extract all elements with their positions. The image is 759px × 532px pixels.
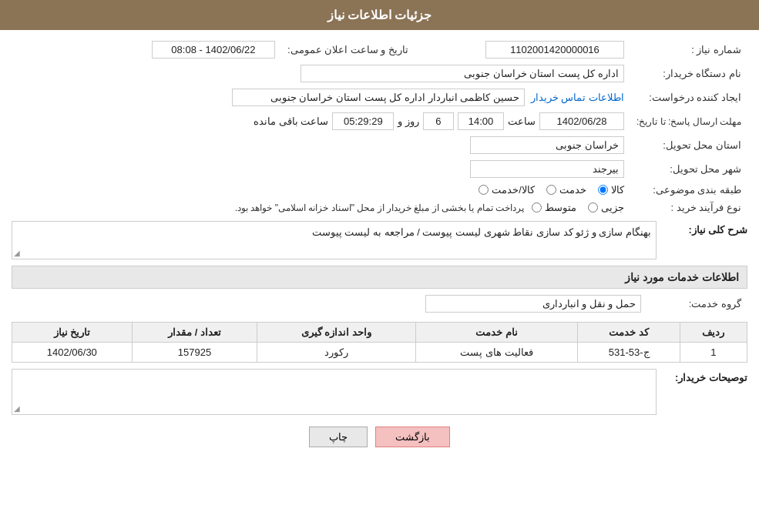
tabaghe-radio-group: کالا خدمت کالا/خدمت [18, 184, 624, 196]
tosif-box[interactable]: ◢ [12, 369, 657, 415]
tabaghe-label: طبقه بندی موضوعی: [630, 181, 747, 199]
mohlat-label: مهلت ارسال پاسخ: تا تاریخ: [630, 109, 747, 133]
khadamat-section-title: اطلاعات خدمات مورد نیاز [12, 266, 747, 289]
ijad-konande-label: ایجاد کننده درخواست: [630, 85, 747, 109]
page-title: جزئیات اطلاعات نیاز [327, 8, 432, 22]
rooz-label: روز و [398, 115, 419, 127]
col-kod: کد خدمت [578, 323, 680, 343]
tabaghe-option-kala-khadamat[interactable]: کالا/خدمت [479, 184, 535, 196]
baqi-label: ساعت باقی مانده [254, 115, 328, 127]
ostan-label: استان محل تحویل: [630, 133, 747, 157]
service-table: ردیف کد خدمت نام خدمت واحد اندازه گیری ت… [12, 322, 747, 363]
saat-label: ساعت [508, 115, 536, 127]
tosif-label: توصیحات خریدار: [663, 369, 747, 383]
col-tarikh: تاریخ نیاز [12, 323, 133, 343]
shahr-label: شهر محل تحویل: [630, 157, 747, 181]
ostan-value: خراسان جنوبی [470, 136, 624, 154]
sharh-label: شرح کلی نیاز: [663, 221, 747, 236]
tabaghe-option-khadamat[interactable]: خدمت [546, 184, 586, 196]
sharh-value: بهنگام سازی و ژئو کد سازی نقاط شهری لیست… [12, 221, 657, 259]
cell-vahed: رکورد [257, 343, 415, 363]
back-button[interactable]: بازگشت [375, 427, 450, 447]
col-radif: ردیف [680, 323, 747, 343]
cell-tedad: 157925 [132, 343, 257, 363]
tamaas-khardar-link[interactable]: اطلاعات تماس خریدار [531, 92, 624, 103]
col-tedad: تعداد / مقدار [132, 323, 257, 343]
gorooh-khadamat-label: گروه خدمت: [647, 292, 747, 316]
nooe-farayand-radio-group: جزیی متوسط [532, 202, 624, 213]
tabaghe-option-kala[interactable]: کالا [598, 184, 624, 196]
cell-kod: ج-53-531 [578, 343, 680, 363]
ijad-konande-value: حسین کاظمی انباردار اداره کل پست استان خ… [232, 89, 525, 106]
nooe-motovaset[interactable]: متوسط [532, 202, 576, 213]
cell-tarikh: 1402/06/30 [12, 343, 133, 363]
tarikh-elan-value: 1402/06/22 - 08:08 [152, 41, 275, 59]
tosif-row: توصیحات خریدار: ◢ [12, 369, 747, 415]
gorooh-khadamat-value: حمل و نقل و انبارداری [425, 295, 641, 313]
page-header: جزئیات اطلاعات نیاز [0, 0, 759, 30]
mohlat-date: 1402/06/28 [539, 112, 624, 130]
nam-dastgah-value: اداره کل پست استان خراسان جنوبی [301, 65, 624, 82]
resize-handle: ◢ [14, 249, 20, 257]
nam-dastgah-label: نام دستگاه خریدار: [630, 62, 747, 85]
print-button[interactable]: چاپ [309, 427, 368, 447]
mohlat-saat: 14:00 [458, 112, 504, 130]
farayand-note: پرداخت تمام یا بخشی از مبلغ خریدار از مح… [235, 202, 524, 213]
cell-radif: 1 [680, 343, 747, 363]
col-vahed: واحد اندازه گیری [257, 323, 415, 343]
tarikh-elan-label: تاریخ و ساعت اعلان عمومی: [281, 38, 415, 62]
mohlat-baqi: 05:29:29 [332, 112, 394, 130]
shomara-niaz-value: 1102001420000016 [485, 41, 624, 59]
shomara-niaz-label: شماره نیاز : [630, 38, 747, 62]
col-naam: نام خدمت [415, 323, 578, 343]
shahr-value: بیرجند [470, 160, 624, 178]
mohlat-rooz: 6 [423, 112, 454, 130]
cell-naam: فعالیت های پست [415, 343, 578, 363]
tosif-resize-handle: ◢ [14, 404, 20, 413]
action-buttons: بازگشت چاپ [12, 427, 747, 447]
table-row: 1ج-53-531فعالیت های پسترکورد1579251402/0… [12, 343, 747, 363]
nooe-jozii[interactable]: جزیی [588, 202, 624, 213]
nooe-farayand-label: نوع فرآیند خرید : [630, 199, 747, 216]
